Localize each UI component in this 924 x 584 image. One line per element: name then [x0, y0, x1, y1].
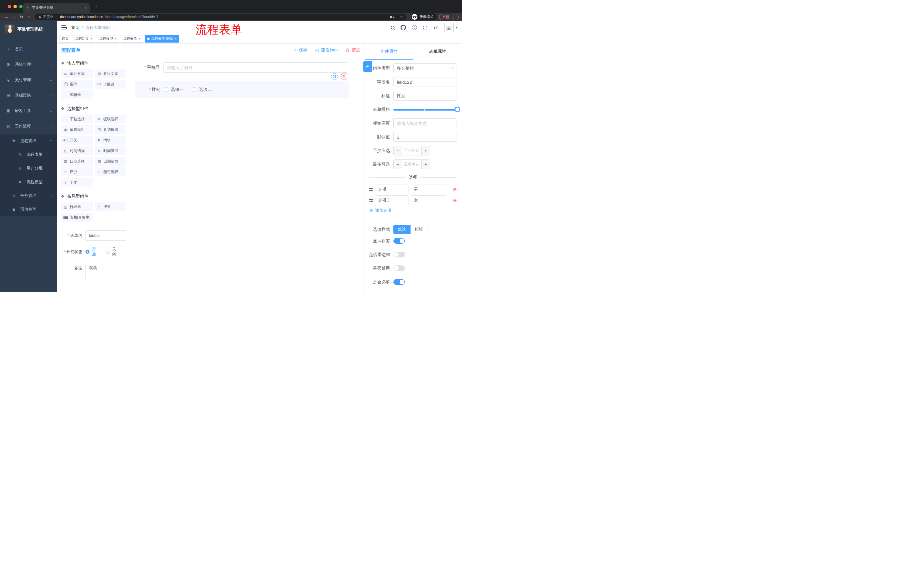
resize-grip-icon[interactable]: [123, 278, 125, 280]
palette-item[interactable]: ⇪上传: [61, 178, 93, 187]
clear-button[interactable]: 清空: [345, 48, 360, 53]
palette-item[interactable]: ◫行容器: [61, 202, 93, 211]
tab-close-icon[interactable]: ×: [84, 6, 87, 10]
home-icon[interactable]: ⌂: [25, 15, 33, 19]
default-value-input[interactable]: [393, 132, 457, 142]
tag-item[interactable]: 流程表单-编辑×: [145, 35, 179, 43]
slider-handle[interactable]: [455, 107, 460, 112]
sidebar-item[interactable]: ◔首页: [0, 41, 57, 57]
palette-item[interactable]: ▭单行文本: [61, 69, 93, 78]
back-icon[interactable]: ←: [3, 15, 10, 19]
palette-item[interactable]: 开关: [61, 136, 93, 145]
tag-close-icon[interactable]: ×: [139, 37, 141, 41]
tag-item[interactable]: 流程表单×: [120, 35, 143, 43]
palette-item[interactable]: ▦日期选择: [61, 157, 93, 166]
sidebar-item[interactable]: ♟请假查询: [0, 202, 57, 216]
option-label-input[interactable]: [375, 196, 409, 205]
sidebar-item[interactable]: ⋔任务管理: [0, 189, 57, 202]
breadcrumb-home[interactable]: 首页: [71, 25, 79, 30]
selected-component[interactable]: ❐ *性别 选项一选项二: [135, 81, 349, 98]
phone-input[interactable]: [163, 62, 348, 72]
address-bar[interactable]: 不安全 dashboard.yudao.iocoder.cn /bpm/mana…: [35, 14, 406, 20]
tab-form-props[interactable]: 表单属性: [413, 43, 462, 60]
remark-textarea[interactable]: 嘿嘿: [86, 263, 126, 281]
remove-option-button[interactable]: ⊖: [453, 187, 457, 192]
search-icon[interactable]: [391, 26, 394, 30]
github-icon[interactable]: [401, 25, 406, 30]
stepper-increase-button[interactable]: +: [421, 160, 430, 169]
user-avatar[interactable]: [444, 23, 454, 32]
drag-handle-icon[interactable]: [369, 188, 373, 191]
grid-slider[interactable]: [393, 105, 459, 114]
palette-item[interactable]: ▤多行文本: [95, 69, 127, 78]
sidebar-item[interactable]: ⚙系统管理: [0, 57, 57, 72]
stepper-increase-button[interactable]: +: [421, 146, 430, 155]
browser-tab[interactable]: ⚘ 芋道管理系统 ×: [23, 3, 90, 13]
avatar-caret-icon[interactable]: ▾: [456, 26, 457, 29]
forward-icon[interactable]: →: [10, 15, 18, 19]
tab-component-props[interactable]: 组件属性: [365, 43, 413, 60]
checkbox-option[interactable]: 选项二: [192, 87, 212, 92]
zoom-window-button[interactable]: [19, 5, 23, 8]
help-icon[interactable]: ?: [412, 25, 417, 30]
sidebar-item[interactable]: ▣研发工具: [0, 103, 57, 118]
tag-close-icon[interactable]: ×: [175, 37, 177, 41]
tag-item[interactable]: 首页: [59, 35, 71, 43]
sidebar-logo[interactable]: 芋道管理系统: [0, 21, 57, 38]
bookmark-star-icon[interactable]: ☆: [400, 15, 403, 19]
stepper-decrease-button[interactable]: −: [394, 160, 402, 169]
palette-item[interactable]: 123计数器: [95, 80, 127, 89]
add-option-button[interactable]: ⊕ 添加选项: [370, 208, 457, 213]
tag-item[interactable]: 流程模型×: [97, 35, 119, 43]
save-button[interactable]: ✓ 保存: [293, 48, 308, 53]
remove-option-button[interactable]: ⊖: [453, 198, 457, 203]
reload-icon[interactable]: ↻: [18, 15, 25, 19]
radio-open[interactable]: 开启: [86, 247, 99, 257]
sidebar-item[interactable]: ➤流程模型: [0, 175, 57, 189]
palette-item[interactable]: ☑多选框组: [95, 125, 127, 134]
sidebar-collapse-icon[interactable]: [61, 25, 66, 30]
fullscreen-icon[interactable]: [423, 25, 428, 30]
palette-item[interactable]: ◐颜色选择: [95, 168, 127, 176]
update-button[interactable]: 更新 ⋮: [439, 14, 459, 20]
drag-handle-icon[interactable]: [369, 199, 373, 202]
new-tab-button[interactable]: +: [95, 4, 98, 9]
password-key-icon[interactable]: [390, 16, 394, 18]
palette-item[interactable]: ▩日期范围: [95, 157, 127, 166]
browser-menu-dots-icon[interactable]: ⋮: [452, 15, 456, 19]
component-type-select[interactable]: 多选框组: [393, 63, 457, 73]
delete-component-button[interactable]: [340, 73, 347, 80]
toggle-switch[interactable]: [393, 279, 405, 285]
title-input[interactable]: [393, 91, 457, 100]
tag-close-icon[interactable]: ×: [115, 37, 117, 41]
field-name-input[interactable]: [393, 77, 457, 87]
tag-item[interactable]: 流程定义×: [73, 35, 95, 43]
security-label[interactable]: 不安全: [43, 15, 53, 20]
checkbox-box-icon[interactable]: [192, 87, 196, 92]
close-window-button[interactable]: [8, 5, 11, 8]
palette-item[interactable]: 表格[开发中]: [61, 213, 93, 222]
tag-close-icon[interactable]: ×: [91, 37, 92, 41]
palette-item[interactable]: 编辑器: [61, 90, 93, 99]
form-name-input[interactable]: [86, 230, 126, 240]
sidebar-item[interactable]: ▥工作流程: [0, 118, 57, 134]
toggle-switch[interactable]: [393, 265, 405, 271]
option-value-input[interactable]: [411, 184, 446, 194]
style-option-button[interactable]: 默认: [393, 225, 411, 234]
style-option-button[interactable]: 按钮: [411, 225, 427, 234]
checkbox-box-icon[interactable]: [164, 87, 168, 92]
max-select-placeholder[interactable]: 最多可选: [402, 160, 421, 169]
label-width-input[interactable]: [393, 118, 457, 128]
view-json-button[interactable]: ◎ 查看json: [315, 48, 338, 53]
toggle-switch[interactable]: [393, 252, 405, 257]
option-label-input[interactable]: [375, 184, 409, 194]
stepper-decrease-button[interactable]: −: [394, 146, 402, 155]
option-value-input[interactable]: [411, 196, 446, 205]
sidebar-item[interactable]: ¥支付管理: [0, 72, 57, 88]
sidebar-item[interactable]: ⊟基础设施: [0, 88, 57, 103]
sidebar-item[interactable]: ☺用户分组: [0, 161, 57, 175]
palette-item[interactable]: ☆评分: [61, 168, 93, 176]
radio-closed[interactable]: 关闭: [106, 247, 119, 257]
palette-item[interactable]: ◷时间选择: [61, 146, 93, 155]
copy-component-button[interactable]: ❐: [331, 73, 338, 80]
